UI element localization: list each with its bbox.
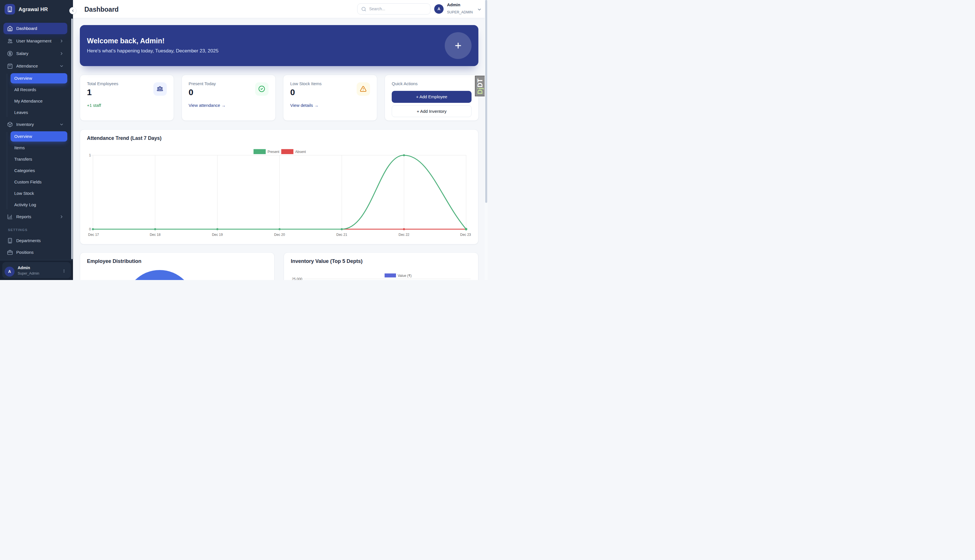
svg-text:Present: Present — [268, 150, 280, 154]
svg-text:Value (₹): Value (₹) — [398, 274, 411, 278]
svg-text:Dec 18: Dec 18 — [150, 233, 161, 237]
svg-text:Dec 23: Dec 23 — [460, 233, 471, 237]
svg-text:1: 1 — [89, 153, 91, 157]
svg-text:Dec 17: Dec 17 — [88, 233, 99, 237]
svg-text:0: 0 — [89, 227, 91, 231]
svg-text:Absent: Absent — [295, 150, 306, 154]
svg-text:Dec 19: Dec 19 — [212, 233, 222, 237]
svg-text:Dec 21: Dec 21 — [336, 233, 347, 237]
svg-text:Dec 22: Dec 22 — [398, 233, 410, 237]
svg-text:Dec 20: Dec 20 — [274, 233, 285, 237]
svg-text:25,000: 25,000 — [292, 277, 303, 280]
